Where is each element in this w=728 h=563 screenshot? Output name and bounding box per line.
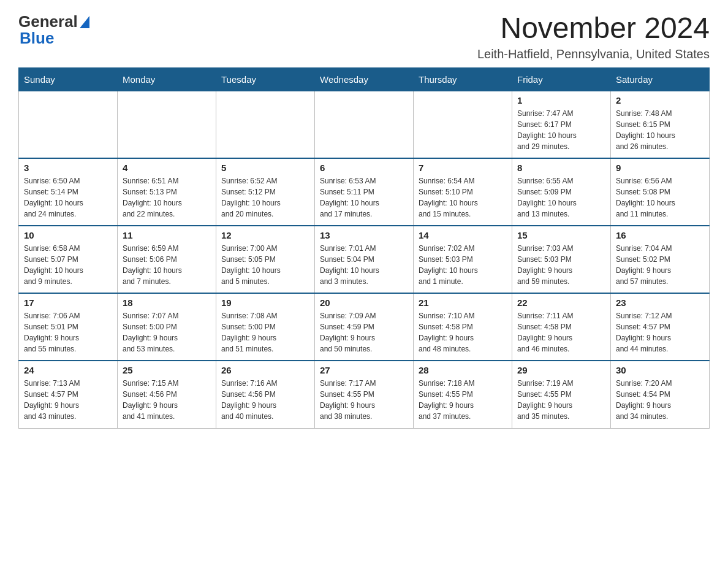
month-title: November 2024 <box>477 12 710 45</box>
calendar-cell-w2-d6: 9Sunrise: 6:56 AM Sunset: 5:08 PM Daylig… <box>611 158 710 226</box>
day-number-22: 22 <box>517 297 605 308</box>
day-info-8: Sunrise: 6:55 AM Sunset: 5:09 PM Dayligh… <box>517 175 605 220</box>
calendar-week-4: 17Sunrise: 7:06 AM Sunset: 5:01 PM Dayli… <box>19 293 710 361</box>
day-number-4: 4 <box>123 163 211 173</box>
calendar-cell-w4-d5: 22Sunrise: 7:11 AM Sunset: 4:58 PM Dayli… <box>512 293 611 361</box>
day-number-20: 20 <box>320 297 408 308</box>
col-monday: Monday <box>118 67 216 91</box>
day-info-29: Sunrise: 7:19 AM Sunset: 4:55 PM Dayligh… <box>517 378 605 422</box>
day-number-3: 3 <box>24 163 112 173</box>
calendar-table: Sunday Monday Tuesday Wednesday Thursday… <box>18 67 710 429</box>
calendar-cell-w5-d2: 26Sunrise: 7:16 AM Sunset: 4:56 PM Dayli… <box>216 361 315 428</box>
calendar-cell-w5-d0: 24Sunrise: 7:13 AM Sunset: 4:57 PM Dayli… <box>19 361 118 428</box>
calendar-cell-w1-d2 <box>216 91 315 158</box>
calendar-cell-w4-d6: 23Sunrise: 7:12 AM Sunset: 4:57 PM Dayli… <box>611 293 710 361</box>
logo-arrow-icon <box>80 16 89 28</box>
location-subtitle: Leith-Hatfield, Pennsylvania, United Sta… <box>477 47 710 61</box>
day-info-10: Sunrise: 6:58 AM Sunset: 5:07 PM Dayligh… <box>24 243 112 287</box>
day-info-6: Sunrise: 6:53 AM Sunset: 5:11 PM Dayligh… <box>320 175 408 220</box>
day-info-15: Sunrise: 7:03 AM Sunset: 5:03 PM Dayligh… <box>517 243 605 287</box>
day-info-19: Sunrise: 7:08 AM Sunset: 5:00 PM Dayligh… <box>221 310 309 354</box>
day-info-12: Sunrise: 7:00 AM Sunset: 5:05 PM Dayligh… <box>221 243 309 287</box>
calendar-cell-w4-d3: 20Sunrise: 7:09 AM Sunset: 4:59 PM Dayli… <box>315 293 414 361</box>
day-info-22: Sunrise: 7:11 AM Sunset: 4:58 PM Dayligh… <box>517 310 605 354</box>
day-number-1: 1 <box>517 95 605 105</box>
calendar-cell-w2-d0: 3Sunrise: 6:50 AM Sunset: 5:14 PM Daylig… <box>19 158 118 226</box>
page-header: General Blue November 2024 Leith-Hatfiel… <box>18 12 710 61</box>
day-info-2: Sunrise: 7:48 AM Sunset: 6:15 PM Dayligh… <box>616 108 704 152</box>
col-sunday: Sunday <box>19 67 118 91</box>
day-number-7: 7 <box>419 163 507 173</box>
day-number-19: 19 <box>221 297 309 308</box>
day-info-1: Sunrise: 7:47 AM Sunset: 6:17 PM Dayligh… <box>517 108 605 152</box>
calendar-cell-w4-d1: 18Sunrise: 7:07 AM Sunset: 5:00 PM Dayli… <box>118 293 216 361</box>
day-info-24: Sunrise: 7:13 AM Sunset: 4:57 PM Dayligh… <box>24 378 112 422</box>
day-number-24: 24 <box>24 365 112 375</box>
day-number-15: 15 <box>517 230 605 240</box>
day-info-25: Sunrise: 7:15 AM Sunset: 4:56 PM Dayligh… <box>123 378 211 422</box>
calendar-cell-w1-d0 <box>19 91 118 158</box>
title-section: November 2024 Leith-Hatfield, Pennsylvan… <box>477 12 710 61</box>
calendar-cell-w3-d4: 14Sunrise: 7:02 AM Sunset: 5:03 PM Dayli… <box>414 226 512 293</box>
day-info-27: Sunrise: 7:17 AM Sunset: 4:55 PM Dayligh… <box>320 378 408 422</box>
day-number-25: 25 <box>123 365 211 375</box>
day-info-21: Sunrise: 7:10 AM Sunset: 4:58 PM Dayligh… <box>419 310 507 354</box>
day-number-6: 6 <box>320 163 408 173</box>
day-number-12: 12 <box>221 230 309 240</box>
calendar-cell-w4-d0: 17Sunrise: 7:06 AM Sunset: 5:01 PM Dayli… <box>19 293 118 361</box>
day-info-4: Sunrise: 6:51 AM Sunset: 5:13 PM Dayligh… <box>123 175 211 220</box>
calendar-cell-w5-d1: 25Sunrise: 7:15 AM Sunset: 4:56 PM Dayli… <box>118 361 216 428</box>
day-info-3: Sunrise: 6:50 AM Sunset: 5:14 PM Dayligh… <box>24 175 112 220</box>
calendar-cell-w5-d6: 30Sunrise: 7:20 AM Sunset: 4:54 PM Dayli… <box>611 361 710 428</box>
day-info-28: Sunrise: 7:18 AM Sunset: 4:55 PM Dayligh… <box>419 378 507 422</box>
day-number-8: 8 <box>517 163 605 173</box>
day-number-16: 16 <box>616 230 704 240</box>
day-info-14: Sunrise: 7:02 AM Sunset: 5:03 PM Dayligh… <box>419 243 507 287</box>
calendar-week-3: 10Sunrise: 6:58 AM Sunset: 5:07 PM Dayli… <box>19 226 710 293</box>
calendar-cell-w2-d4: 7Sunrise: 6:54 AM Sunset: 5:10 PM Daylig… <box>414 158 512 226</box>
day-number-17: 17 <box>24 297 112 308</box>
calendar-cell-w5-d5: 29Sunrise: 7:19 AM Sunset: 4:55 PM Dayli… <box>512 361 611 428</box>
day-number-30: 30 <box>616 365 704 375</box>
day-info-18: Sunrise: 7:07 AM Sunset: 5:00 PM Dayligh… <box>123 310 211 354</box>
day-info-26: Sunrise: 7:16 AM Sunset: 4:56 PM Dayligh… <box>221 378 309 422</box>
day-info-13: Sunrise: 7:01 AM Sunset: 5:04 PM Dayligh… <box>320 243 408 287</box>
logo-blue-text: Blue <box>20 29 54 48</box>
calendar-cell-w3-d6: 16Sunrise: 7:04 AM Sunset: 5:02 PM Dayli… <box>611 226 710 293</box>
day-number-13: 13 <box>320 230 408 240</box>
calendar-week-2: 3Sunrise: 6:50 AM Sunset: 5:14 PM Daylig… <box>19 158 710 226</box>
day-number-29: 29 <box>517 365 605 375</box>
day-info-17: Sunrise: 7:06 AM Sunset: 5:01 PM Dayligh… <box>24 310 112 354</box>
day-info-23: Sunrise: 7:12 AM Sunset: 4:57 PM Dayligh… <box>616 310 704 354</box>
day-number-5: 5 <box>221 163 309 173</box>
day-info-5: Sunrise: 6:52 AM Sunset: 5:12 PM Dayligh… <box>221 175 309 220</box>
col-friday: Friday <box>512 67 611 91</box>
calendar-cell-w3-d5: 15Sunrise: 7:03 AM Sunset: 5:03 PM Dayli… <box>512 226 611 293</box>
calendar-cell-w1-d1 <box>118 91 216 158</box>
day-number-18: 18 <box>123 297 211 308</box>
calendar-week-5: 24Sunrise: 7:13 AM Sunset: 4:57 PM Dayli… <box>19 361 710 428</box>
calendar-cell-w4-d2: 19Sunrise: 7:08 AM Sunset: 5:00 PM Dayli… <box>216 293 315 361</box>
calendar-week-1: 1Sunrise: 7:47 AM Sunset: 6:17 PM Daylig… <box>19 91 710 158</box>
calendar-cell-w3-d3: 13Sunrise: 7:01 AM Sunset: 5:04 PM Dayli… <box>315 226 414 293</box>
day-number-26: 26 <box>221 365 309 375</box>
calendar-cell-w1-d3 <box>315 91 414 158</box>
day-info-16: Sunrise: 7:04 AM Sunset: 5:02 PM Dayligh… <box>616 243 704 287</box>
calendar-header-row: Sunday Monday Tuesday Wednesday Thursday… <box>19 67 710 91</box>
calendar-cell-w1-d6: 2Sunrise: 7:48 AM Sunset: 6:15 PM Daylig… <box>611 91 710 158</box>
calendar-cell-w3-d0: 10Sunrise: 6:58 AM Sunset: 5:07 PM Dayli… <box>19 226 118 293</box>
calendar-cell-w2-d3: 6Sunrise: 6:53 AM Sunset: 5:11 PM Daylig… <box>315 158 414 226</box>
calendar-cell-w1-d4 <box>414 91 512 158</box>
day-info-7: Sunrise: 6:54 AM Sunset: 5:10 PM Dayligh… <box>419 175 507 220</box>
day-number-23: 23 <box>616 297 704 308</box>
day-info-30: Sunrise: 7:20 AM Sunset: 4:54 PM Dayligh… <box>616 378 704 422</box>
day-number-10: 10 <box>24 230 112 240</box>
col-thursday: Thursday <box>414 67 512 91</box>
calendar-cell-w3-d2: 12Sunrise: 7:00 AM Sunset: 5:05 PM Dayli… <box>216 226 315 293</box>
day-number-2: 2 <box>616 95 704 105</box>
col-tuesday: Tuesday <box>216 67 315 91</box>
day-info-20: Sunrise: 7:09 AM Sunset: 4:59 PM Dayligh… <box>320 310 408 354</box>
day-number-9: 9 <box>616 163 704 173</box>
calendar-cell-w2-d1: 4Sunrise: 6:51 AM Sunset: 5:13 PM Daylig… <box>118 158 216 226</box>
day-number-14: 14 <box>419 230 507 240</box>
